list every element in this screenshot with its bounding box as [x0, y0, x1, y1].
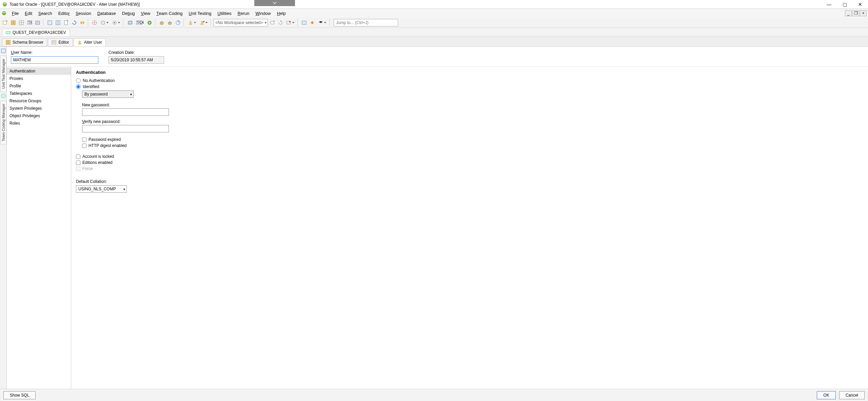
menu-window[interactable]: Window [252, 10, 274, 17]
new-connection-icon[interactable] [1, 19, 9, 26]
nav-tablespaces[interactable]: Tablespaces [7, 90, 71, 97]
verify-password-label: Verify new password: [82, 119, 863, 124]
panel-1-icon[interactable] [46, 19, 54, 26]
svg-text:SQL: SQL [28, 20, 32, 25]
tab-schema-browser[interactable]: Schema Browser [2, 38, 47, 46]
basket-1-icon[interactable] [158, 19, 165, 26]
mdi-minimize[interactable]: _ [845, 10, 852, 16]
run-play-icon[interactable] [146, 19, 153, 26]
chevron-down-icon: ▾ [130, 92, 132, 96]
nav-proxies[interactable]: Proxies [7, 75, 71, 82]
jump-to-input[interactable] [334, 19, 398, 26]
grid-icon[interactable] [18, 19, 25, 26]
sql-recall-dropdown-icon[interactable]: SQL [134, 19, 145, 26]
nav-roles[interactable]: Roles [7, 120, 71, 127]
menu-unit-testing[interactable]: Unit Testing [186, 10, 215, 17]
mdi-close[interactable]: × [860, 10, 867, 16]
default-collation-select[interactable]: USING_NLS_COMP ▾ [76, 185, 127, 193]
tab-alter-user[interactable]: Alter User [74, 38, 106, 46]
workspace-add-icon[interactable] [269, 19, 276, 26]
vert-tab-team-coding-manager[interactable]: Team Coding Manager [0, 101, 6, 144]
nav-resource-groups[interactable]: Resource Groups [7, 97, 71, 105]
user-dropdown-a-icon[interactable] [186, 19, 197, 26]
username-input[interactable] [11, 56, 98, 64]
new-password-input[interactable] [82, 108, 169, 116]
new-password-label: New password: [82, 103, 863, 107]
workspace-refresh-icon[interactable] [277, 19, 284, 26]
close-button[interactable]: ✕ [852, 0, 868, 9]
menu-search[interactable]: Search [35, 10, 55, 17]
window-list-icon[interactable] [34, 19, 41, 26]
vert-tab-unit-test-manager[interactable]: Unit Test Manager [0, 56, 6, 92]
sql-editor-icon[interactable]: SQL [26, 19, 33, 26]
account-locked-checkbox[interactable] [76, 154, 80, 159]
menu-edit[interactable]: Edit [22, 10, 35, 17]
window-stack-icon[interactable] [126, 19, 134, 26]
workspace-remove-dropdown-icon[interactable] [285, 19, 296, 26]
menu-editor[interactable]: Editor [55, 10, 73, 17]
refresh-icon[interactable] [71, 19, 78, 26]
toad-app-icon-small [1, 10, 7, 16]
team-coding-manager-icon[interactable] [1, 93, 6, 99]
unit-test-manager-icon[interactable] [1, 48, 6, 54]
connection-tab[interactable]: QUEST_DEV@ORA18CDEV [2, 29, 70, 36]
nav-authentication[interactable]: Authentication [7, 67, 71, 75]
force-checkbox [76, 167, 80, 171]
basket-2-icon[interactable] [166, 19, 174, 26]
menu-help[interactable]: Help [274, 10, 289, 17]
svg-rect-40 [1, 49, 5, 53]
main-toolbar: SQL SQL ? <No Workspace selected> ▾ [0, 18, 868, 28]
minimize-button[interactable]: — [821, 0, 837, 9]
svg-rect-8 [14, 21, 15, 25]
password-expired-row: Password expired [82, 137, 863, 142]
verify-password-input[interactable] [82, 125, 169, 132]
identified-mode-select[interactable]: By password ▾ [82, 90, 134, 98]
db-dropdown-icon[interactable] [99, 19, 110, 26]
menu-file[interactable]: File [9, 10, 22, 17]
document-tabs: Schema Browser Editor Alter User [0, 37, 868, 47]
svg-rect-18 [64, 21, 67, 25]
menu-database[interactable]: Database [94, 10, 119, 17]
menu-session[interactable]: Session [73, 10, 94, 17]
toolbar-separator [211, 19, 212, 26]
editor-tab-icon [52, 40, 56, 45]
db-gear-dropdown-icon[interactable] [111, 19, 121, 26]
user-delete-dropdown-icon[interactable] [198, 19, 209, 26]
menu-rerun[interactable]: Rerun [235, 10, 253, 17]
no-authentication-radio[interactable] [76, 78, 81, 83]
titlebar-notch[interactable] [254, 0, 295, 6]
cancel-button[interactable]: Cancel [839, 391, 865, 399]
tc-graduation-dropdown-icon[interactable] [317, 19, 328, 26]
tc-window-icon[interactable] [300, 19, 308, 26]
password-expired-checkbox[interactable] [82, 138, 86, 142]
menu-debug[interactable]: Debug [119, 10, 138, 17]
svg-point-0 [3, 2, 7, 6]
execute-icon[interactable] [79, 19, 86, 26]
show-sql-button[interactable]: Show SQL [3, 391, 36, 399]
tab-editor[interactable]: Editor [48, 38, 73, 46]
menu-utilities[interactable]: Utilities [215, 10, 235, 17]
maximize-button[interactable]: ▢ [837, 0, 852, 9]
editions-enabled-checkbox[interactable] [76, 161, 80, 165]
svg-rect-37 [8, 40, 10, 44]
menu-view[interactable]: View [138, 10, 154, 17]
schema-browser-icon[interactable] [9, 19, 17, 26]
mdi-restore[interactable]: ❐ [852, 10, 859, 16]
workspace-selector[interactable]: <No Workspace selected> ▾ [214, 19, 268, 26]
globe-icon[interactable] [91, 19, 98, 26]
tc-checkout-icon[interactable] [309, 19, 316, 26]
creation-date-field-group: Creation Date: [108, 50, 164, 64]
nav-system-privileges[interactable]: System Privileges [7, 105, 71, 112]
ok-button[interactable]: OK [817, 391, 835, 399]
nav-object-privileges[interactable]: Object Privileges [7, 112, 71, 120]
identified-radio[interactable] [76, 84, 81, 89]
panel-2-icon[interactable] [54, 19, 62, 26]
new-script-icon[interactable] [62, 19, 70, 26]
nav-profile[interactable]: Profile [7, 82, 71, 90]
menu-team-coding[interactable]: Team Coding [153, 10, 185, 17]
http-digest-checkbox[interactable] [82, 144, 86, 148]
http-digest-row: HTTP digest enabled [82, 143, 863, 148]
username-label: User Name: [11, 50, 98, 55]
creation-date-input [108, 56, 164, 64]
help-icon[interactable]: ? [174, 19, 182, 26]
